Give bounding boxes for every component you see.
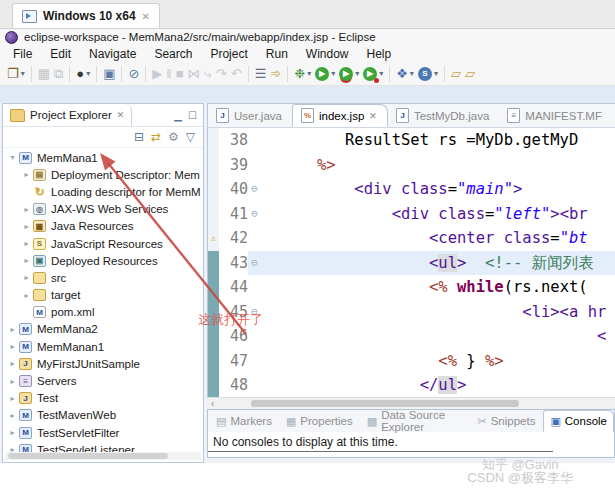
vm-tab-close-icon[interactable]: ✕	[142, 11, 150, 22]
maximize-panel-icon[interactable]: ☐	[188, 110, 197, 121]
dropdown-arrow-icon[interactable]: ▾	[410, 69, 414, 78]
project-explorer-hscroll-thumb[interactable]	[8, 453, 168, 459]
fold-collapse-icon[interactable]: ⊖	[248, 177, 261, 202]
tree-item-servers[interactable]: ▸≡Servers	[3, 372, 203, 389]
editor-tab-user-java[interactable]: JUser.java	[208, 104, 292, 127]
code-text[interactable]: <center class="bt	[261, 226, 615, 251]
tree-item-memmanan1[interactable]: ▸MMemManan1	[3, 338, 203, 355]
open-resource-icon[interactable]: ▱	[451, 65, 461, 83]
tree-collapsed-arrow-icon[interactable]: ▸	[21, 222, 32, 231]
tree-item-pom-xml[interactable]: Mpom.xml	[3, 304, 203, 321]
new-wizard-icon[interactable]: ❐▾	[7, 65, 25, 83]
code-text[interactable]: <ul> <!-- 新闻列表	[261, 251, 615, 276]
view-menu-gears-icon[interactable]: ⚙	[168, 130, 179, 144]
tree-collapsed-arrow-icon[interactable]: ▸	[7, 325, 18, 334]
vm-tab-windows10[interactable]: Windows 10 x64 ✕	[12, 3, 160, 28]
tree-expanded-arrow-icon[interactable]: ▾	[7, 153, 18, 162]
minimize-panel-icon[interactable]: ▁	[174, 110, 182, 121]
dropdown-arrow-icon[interactable]: ▾	[21, 69, 25, 78]
tree-item-testservletfilter[interactable]: ▸MTestServletFilter	[3, 424, 203, 441]
editor-hscrollbar[interactable]: ‹	[207, 397, 615, 409]
open-console-icon[interactable]: ▣	[103, 65, 115, 83]
editor-tab-close-icon[interactable]: ✕	[369, 111, 377, 121]
view-dropdown-icon[interactable]: ▽	[186, 130, 195, 144]
tree-item-jax-ws-web-services[interactable]: ▸◎JAX-WS Web Services	[3, 201, 203, 218]
code-text[interactable]: <div class="left"><br	[261, 202, 615, 227]
skip-breakpoints-icon[interactable]: ⊘	[128, 65, 139, 83]
tree-item-deployment-descriptor-mem[interactable]: ▸▤Deployment Descriptor: Mem	[3, 166, 203, 183]
link-with-editor-icon[interactable]: ⇄	[151, 130, 161, 144]
tree-collapsed-arrow-icon[interactable]: ▸	[7, 342, 18, 351]
tree-item-myfirstjunitsample[interactable]: ▸JMyFirstJUnitSample	[3, 355, 203, 372]
tree-collapsed-arrow-icon[interactable]: ▸	[7, 428, 18, 437]
menu-item-navigate[interactable]: Navigate	[80, 47, 145, 61]
fold-collapse-icon[interactable]: ⊖	[248, 202, 261, 227]
tree-collapsed-arrow-icon[interactable]: ▸	[21, 291, 32, 300]
editor-hscroll-thumb[interactable]	[251, 400, 519, 407]
tree-item-test[interactable]: ▸JTest	[3, 390, 203, 407]
coverage-icon[interactable]: ▶▾	[339, 65, 359, 83]
dropdown-arrow-icon[interactable]: ▾	[86, 69, 90, 78]
web-service-icon[interactable]: S▾	[418, 65, 438, 83]
tree-collapsed-arrow-icon[interactable]: ▸	[21, 239, 32, 248]
collapse-all-icon[interactable]: ⊟	[134, 130, 144, 144]
debug-icon[interactable]: ❉▾	[294, 65, 311, 83]
tree-item-deployed-resources[interactable]: ▸▣Deployed Resources	[3, 252, 203, 269]
dropdown-arrow-icon[interactable]: ▾	[434, 69, 438, 78]
tree-collapsed-arrow-icon[interactable]: ▸	[21, 256, 32, 265]
console-tab-properties[interactable]: ▦Properties	[280, 410, 359, 432]
tree-item-memmana1[interactable]: ▾MMemMana1	[3, 149, 203, 166]
show-view-menu-icon[interactable]: ☰	[255, 65, 267, 83]
code-text[interactable]: <% } %>	[261, 349, 615, 374]
menu-item-run[interactable]: Run	[257, 47, 297, 61]
profile-icon[interactable]: ▶▾	[363, 65, 383, 83]
tree-item-target[interactable]: ▸target	[3, 287, 203, 304]
menu-item-search[interactable]: Search	[145, 47, 201, 61]
code-text[interactable]: <	[261, 324, 615, 349]
menu-item-help[interactable]: Help	[358, 47, 401, 61]
code-text[interactable]: <% while(rs.next(	[261, 275, 615, 300]
fold-collapse-icon[interactable]: ⊖	[248, 251, 261, 276]
new-web-wizard-icon[interactable]: ❖▾	[396, 65, 414, 83]
console-tab-snippets[interactable]: ✂Snippets	[471, 410, 541, 432]
editor-tab-testmydb-java[interactable]: JTestMyDb.java	[388, 104, 499, 127]
tree-item-memmana2[interactable]: ▸MMemMana2	[3, 321, 203, 338]
tree-collapsed-arrow-icon[interactable]: ▸	[21, 205, 32, 214]
open-folder-icon[interactable]: ▱	[465, 65, 475, 83]
console-tab-markers[interactable]: ▤Markers	[210, 410, 278, 432]
dropdown-arrow-icon[interactable]: ▾	[307, 69, 311, 78]
project-explorer-hscrollbar[interactable]	[5, 452, 201, 460]
code-text[interactable]: </ul>	[261, 373, 615, 398]
code-text[interactable]: %>	[261, 153, 615, 178]
menu-item-edit[interactable]: Edit	[41, 47, 80, 61]
dropdown-arrow-icon[interactable]: ▾	[379, 69, 383, 78]
dropdown-arrow-icon[interactable]: ▾	[355, 69, 359, 78]
scroll-left-icon[interactable]: ‹	[211, 398, 214, 409]
editor-tab-index-jsp[interactable]: %index.jsp✕	[292, 104, 388, 127]
tree-collapsed-arrow-icon[interactable]: ▸	[21, 170, 32, 179]
tree-collapsed-arrow-icon[interactable]: ▸	[7, 377, 18, 386]
editor-tab-manifest-mf[interactable]: ≡MANIFEST.MF	[499, 104, 612, 127]
tree-collapsed-arrow-icon[interactable]: ▸	[7, 359, 18, 368]
tree-item-testmavenweb[interactable]: ▸MTestMavenWeb	[3, 407, 203, 424]
console-tab-data-source-explorer[interactable]: ▩Data Source Explorer	[361, 410, 470, 432]
menu-item-window[interactable]: Window	[297, 47, 358, 61]
tree-item-javascript-resources[interactable]: ▸SJavaScript Resources	[3, 235, 203, 252]
launch-shortcut-icon[interactable]: ➾	[270, 65, 281, 83]
code-text[interactable]: <div class="main">	[261, 177, 615, 202]
menu-item-file[interactable]: File	[4, 47, 41, 61]
tree-collapsed-arrow-icon[interactable]: ▸	[7, 411, 18, 420]
tree-item-java-resources[interactable]: ▸▦Java Resources	[3, 218, 203, 235]
dropdown-arrow-icon[interactable]: ▾	[331, 69, 335, 78]
run-icon[interactable]: ▶▾	[315, 65, 335, 83]
tree-collapsed-arrow-icon[interactable]: ▸	[7, 394, 18, 403]
menu-item-project[interactable]: Project	[201, 47, 256, 61]
console-tab-console[interactable]: ▣Console	[543, 410, 614, 432]
tree-collapsed-arrow-icon[interactable]: ▸	[21, 273, 32, 282]
tab-project-explorer[interactable]: Project Explorer ✕	[3, 104, 132, 126]
code-text[interactable]: ResultSet rs =MyDb.getMyD	[261, 128, 615, 153]
user-account-icon[interactable]: ●▾	[76, 65, 90, 83]
project-explorer-close-icon[interactable]: ✕	[117, 110, 125, 120]
tree-item-loading-descriptor-for-memm[interactable]: ↻Loading descriptor for MemM	[3, 183, 203, 200]
tree-item-src[interactable]: ▸src	[3, 269, 203, 286]
